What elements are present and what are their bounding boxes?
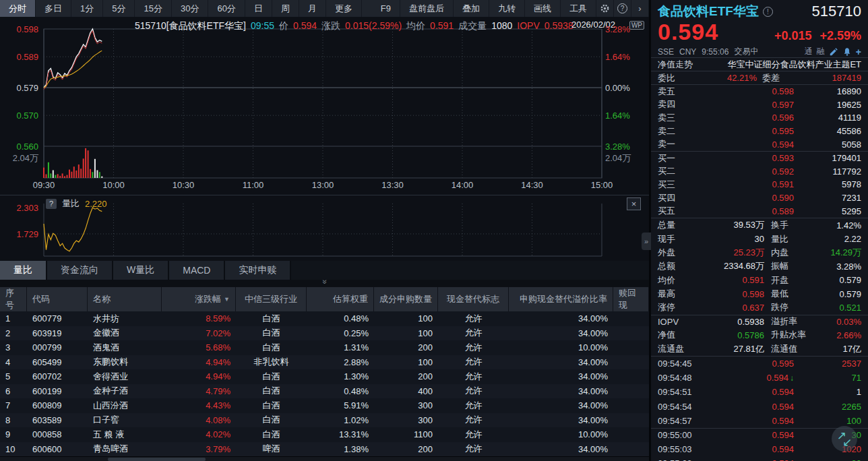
bid-row[interactable]: 买三0.5915978	[651, 178, 868, 191]
intraday-chart-panel[interactable]: 515710[食品饮料ETF华宝] 09:55 价 0.594 涨跌 0.015…	[0, 17, 649, 195]
toolbar-item-叠加[interactable]: 叠加	[454, 0, 489, 17]
column-header-名称[interactable]: 名称	[88, 287, 162, 311]
toolbar-item-工具[interactable]: 工具	[561, 0, 596, 17]
toolbar-tab-30分[interactable]: 30分	[172, 0, 208, 17]
ask-row[interactable]: 卖三0.59641119	[651, 111, 868, 125]
toolbar-tab-1分[interactable]: 1分	[71, 0, 103, 17]
ask-price: 0.598	[687, 86, 794, 96]
scrollbar-thumb[interactable]	[108, 458, 206, 461]
tab-实时申赎[interactable]: 实时申赎	[225, 261, 291, 280]
bid-label: 买三	[658, 179, 687, 191]
est-weight: 0.25%	[307, 328, 374, 338]
help-icon[interactable]: ?	[46, 199, 57, 209]
table-row[interactable]: 8603589口子窖4.08%白酒1.02%300允许34.00%	[0, 413, 649, 428]
stat-value: 0.579	[809, 289, 861, 299]
ask-row[interactable]: 卖四0.59719625	[651, 98, 868, 112]
column-header-成分申购数量[interactable]: 成分申购数量	[374, 287, 438, 311]
weibi-value: 42.21%	[686, 73, 757, 83]
table-row[interactable]: 10600600青岛啤酒3.79%啤酒1.38%200允许34.00%	[0, 442, 649, 457]
tick-qty: 30	[794, 458, 861, 461]
price-change-pct: +2.59%	[819, 29, 861, 43]
column-header-估算权重[interactable]: 估算权重	[307, 287, 374, 311]
toolbar-tab-多日[interactable]: 多日	[36, 0, 71, 17]
column-header-代码[interactable]: 代码	[27, 287, 88, 311]
index: 10	[0, 444, 27, 454]
toolbar-item-画线[interactable]: 画线	[525, 0, 561, 17]
stat-label: IOPV	[658, 317, 694, 327]
help-circle-icon[interactable]: ?	[614, 0, 631, 17]
column-header-涨跌幅[interactable]: 涨跌幅▼	[162, 287, 236, 311]
tab-W量比[interactable]: W量比	[113, 261, 169, 280]
splitter[interactable]: »	[0, 280, 649, 287]
close-icon[interactable]: ×	[627, 197, 641, 210]
table-row[interactable]: 7600809山西汾酒4.43%白酒5.91%300允许34.00%	[0, 398, 649, 413]
volume-ratio-panel[interactable]: ? 量比 2.220 × 2.3031.729	[0, 195, 649, 261]
tick-time: 09:55:00	[658, 430, 716, 440]
column-header-赎回现[interactable]: 赎回现	[613, 287, 649, 311]
toolbar-tab-5分[interactable]: 5分	[103, 0, 135, 17]
chevron-right-icon[interactable]: ›	[631, 0, 649, 17]
premium-ratio: 34.00%	[509, 328, 613, 338]
bid-row[interactable]: 买四0.5907231	[651, 191, 868, 205]
column-header-序号[interactable]: 序号	[0, 287, 27, 311]
wp-badge[interactable]: WP	[629, 21, 644, 30]
industry: 白酒	[236, 313, 307, 325]
bell-icon[interactable]	[842, 47, 852, 57]
tab-量比[interactable]: 量比	[0, 261, 47, 280]
nav-trend-row[interactable]: 净值走势 华宝中证细分食品饮料产业主题ET	[651, 57, 868, 71]
bid-row[interactable]: 买二0.592117792	[651, 165, 868, 179]
column-header-申购现金替代溢价比率[interactable]: 申购现金替代溢价比率	[509, 287, 613, 311]
table-row[interactable]: 1600779水井坊8.59%白酒0.48%100允许34.00%	[0, 311, 649, 326]
tick-price: 0.594	[716, 430, 794, 440]
tick-price: 0.594	[716, 444, 794, 454]
gear-icon[interactable]	[596, 0, 614, 17]
weibi-label: 委比	[658, 72, 686, 84]
toolbar-tab-日[interactable]: 日	[245, 0, 272, 17]
column-header-现金替代标志[interactable]: 现金替代标志	[438, 287, 509, 311]
toolbar-tab-15分[interactable]: 15分	[135, 0, 171, 17]
tick-price: 0.594	[716, 387, 794, 397]
table-row[interactable]: 9000858五 粮 液4.02%白酒13.31%1100允许10.00%	[0, 427, 649, 442]
add-icon[interactable]: +	[856, 47, 861, 57]
toolbar-tab-周[interactable]: 周	[272, 0, 299, 17]
pencil-icon[interactable]	[829, 47, 838, 57]
tick-price: 0.594	[716, 402, 794, 412]
horizontal-scrollbar[interactable]	[0, 456, 649, 461]
bid-row[interactable]: 买五0.5895295	[651, 204, 868, 218]
column-header-中信三级行业[interactable]: 中信三级行业	[236, 287, 307, 311]
tick-time: 09:54:57	[658, 416, 716, 426]
cash-substitute-flag: 允许	[438, 385, 509, 397]
collapse-handle-icon[interactable]: »	[320, 280, 330, 284]
table-row[interactable]: 3000799酒鬼酒5.68%白酒1.31%200允许10.00%	[0, 340, 649, 355]
toolbar-item-盘前盘后[interactable]: 盘前盘后	[400, 0, 454, 17]
bid-row[interactable]: 买一0.593179401	[651, 152, 868, 165]
toolbar-tab-分时[interactable]: 分时	[0, 0, 36, 17]
toolbar-item-九转[interactable]: 九转	[489, 0, 525, 17]
est-weight: 5.91%	[307, 400, 374, 410]
industry: 白酒	[236, 327, 307, 339]
expand-button[interactable]: ↗↙	[832, 426, 857, 452]
toolbar-tab-更多[interactable]: 更多	[326, 0, 362, 17]
stat-row: IOPV0.5938溢折率0.03%	[651, 315, 868, 328]
ask-row[interactable]: 卖一0.5945058	[651, 137, 868, 151]
toolbar-tab-月[interactable]: 月	[299, 0, 326, 17]
toolbar-tab-60分[interactable]: 60分	[208, 0, 245, 17]
tick-qty: 1	[794, 387, 861, 397]
table-row[interactable]: 4605499东鹏饮料4.94%非乳饮料2.88%100允许34.00%	[0, 355, 649, 370]
toolbar-item-F9[interactable]: F9	[372, 0, 400, 17]
table-row[interactable]: 5600702舍得酒业4.94%白酒1.30%200允许34.00%	[0, 369, 649, 384]
panel-expander-icon[interactable]: »	[642, 233, 651, 250]
stock-name: 五 粮 液	[88, 429, 162, 441]
sub-y-axis-label: 1.729	[0, 228, 38, 239]
ask-row[interactable]: 卖二0.59545586	[651, 125, 868, 138]
stat-value: 0.579	[809, 275, 861, 285]
tab-资金流向[interactable]: 资金流向	[47, 261, 113, 280]
bid-qty: 7231	[794, 193, 861, 203]
ask-row[interactable]: 卖五0.59816890	[651, 85, 868, 98]
stat-value: 2.22	[809, 234, 861, 244]
intraday-chart[interactable]	[0, 17, 649, 192]
tab-MACD[interactable]: MACD	[169, 261, 225, 280]
info-icon[interactable]: !	[763, 7, 773, 17]
table-row[interactable]: 6600199金种子酒4.79%白酒0.48%400允许34.00%	[0, 384, 649, 399]
table-row[interactable]: 2603919金徽酒7.02%白酒0.25%100允许34.00%	[0, 326, 649, 341]
